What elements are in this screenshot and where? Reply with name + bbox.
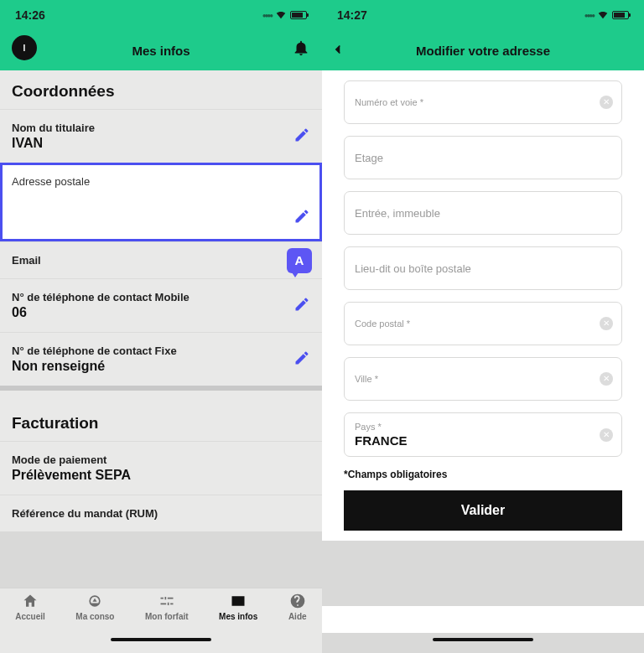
badge-a-icon[interactable]: A	[287, 248, 312, 273]
row-fixed-value: Non renseigné	[12, 359, 310, 374]
tab-conso[interactable]: Ma conso	[75, 592, 114, 621]
avatar-initial: I	[23, 44, 26, 53]
page-title: Mes infos	[132, 44, 190, 58]
status-bar: 14:27 ●●●●	[322, 0, 644, 30]
clear-icon[interactable]: ✕	[600, 428, 613, 442]
cell-signal-icon: ●●●●	[262, 12, 272, 19]
status-time: 14:27	[337, 8, 367, 22]
field-label: Entrée, immeuble	[355, 207, 611, 220]
home-indicator	[322, 633, 644, 653]
field-ville[interactable]: Ville * ✕	[344, 357, 622, 401]
tab-aide[interactable]: Aide	[288, 592, 307, 621]
home-indicator	[0, 633, 322, 653]
tab-label: Aide	[288, 612, 307, 621]
row-paymode-value: Prélèvement SEPA	[12, 468, 310, 483]
row-email[interactable]: Email A	[0, 241, 322, 278]
row-mobile-value: 06	[12, 305, 310, 320]
clear-icon[interactable]: ✕	[600, 96, 613, 109]
header-bar: Modifier votre adresse	[322, 30, 644, 70]
field-label: Numéro et voie *	[355, 97, 611, 107]
field-lieudit[interactable]: Lieu-dit ou boîte postale	[344, 246, 622, 290]
field-num-voie[interactable]: Numéro et voie * ✕	[344, 80, 622, 124]
field-pays[interactable]: Pays * FRANCE ✕	[344, 412, 622, 457]
clear-icon[interactable]: ✕	[600, 317, 613, 330]
section-title-coordonnees: Coordonnées	[0, 70, 322, 109]
field-etage[interactable]: Etage	[344, 136, 622, 179]
field-label: Etage	[355, 152, 611, 164]
status-time: 14:26	[15, 8, 45, 22]
row-name[interactable]: Nom du titulaire IVAN	[0, 109, 322, 163]
bottom-filler	[322, 541, 644, 606]
status-bar: 14:26 ●●●●	[0, 0, 322, 30]
required-note: *Champs obligatoires	[344, 469, 622, 480]
gauge-icon	[86, 592, 104, 610]
row-paymode-label: Mode de paiement	[12, 453, 310, 466]
pen-icon[interactable]	[293, 127, 310, 147]
tab-infos[interactable]: Mes infos	[219, 592, 257, 621]
home-icon	[21, 592, 39, 610]
header-bar: I Mes infos	[0, 30, 322, 70]
field-label: Lieu-dit ou boîte postale	[355, 262, 611, 275]
tab-label: Mon forfait	[145, 612, 189, 621]
page-title: Modifier votre adresse	[416, 44, 550, 58]
pen-icon[interactable]	[293, 296, 310, 316]
bell-icon[interactable]	[292, 39, 310, 57]
battery-icon	[612, 11, 629, 19]
row-paymode[interactable]: Mode de paiement Prélèvement SEPA	[0, 441, 322, 495]
row-mobile-label: N° de téléphone de contact Mobile	[12, 291, 310, 303]
wifi-icon	[597, 8, 609, 23]
tab-label: Mes infos	[219, 612, 257, 621]
sliders-icon	[158, 592, 176, 610]
cell-signal-icon: ●●●●	[584, 12, 594, 19]
tab-accueil[interactable]: Accueil	[15, 592, 45, 621]
avatar[interactable]: I	[12, 35, 37, 60]
row-email-label: Email	[12, 254, 310, 267]
field-label: Ville *	[355, 374, 611, 384]
id-card-icon	[229, 592, 247, 610]
row-address[interactable]: Adresse postale	[0, 163, 322, 241]
field-entree[interactable]: Entrée, immeuble	[344, 191, 622, 235]
tab-label: Ma conso	[75, 612, 114, 621]
field-label: Code postal *	[355, 319, 611, 329]
clear-icon[interactable]: ✕	[600, 372, 613, 386]
row-name-value: IVAN	[12, 136, 310, 151]
back-button[interactable]	[330, 42, 345, 60]
wifi-icon	[275, 8, 287, 23]
row-fixed[interactable]: N° de téléphone de contact Fixe Non rens…	[0, 332, 322, 386]
pen-icon[interactable]	[293, 208, 310, 228]
tab-bar: Accueil Ma conso Mon forfait Mes infos A…	[0, 588, 322, 633]
row-address-label: Adresse postale	[12, 175, 310, 188]
row-name-label: Nom du titulaire	[12, 122, 310, 134]
row-rum[interactable]: Référence du mandat (RUM)	[0, 495, 322, 531]
row-mobile[interactable]: N° de téléphone de contact Mobile 06	[0, 278, 322, 332]
field-label: Pays *	[355, 422, 611, 432]
battery-icon	[290, 11, 307, 19]
validate-label: Valider	[461, 503, 505, 518]
pen-icon[interactable]	[293, 350, 310, 370]
field-value: FRANCE	[355, 433, 611, 448]
field-cp[interactable]: Code postal * ✕	[344, 302, 622, 345]
help-icon	[288, 592, 307, 610]
validate-button[interactable]: Valider	[344, 490, 622, 531]
tab-label: Accueil	[15, 612, 45, 621]
row-rum-label: Référence du mandat (RUM)	[12, 507, 310, 520]
tab-forfait[interactable]: Mon forfait	[145, 592, 189, 621]
row-fixed-label: N° de téléphone de contact Fixe	[12, 345, 310, 357]
section-title-facturation: Facturation	[0, 391, 322, 441]
